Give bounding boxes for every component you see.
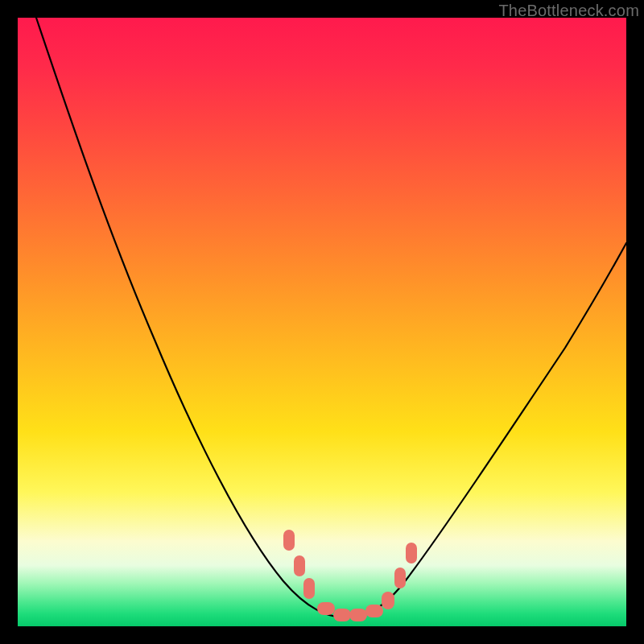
watermark-text: TheBottleneck.com — [498, 2, 639, 20]
marker-dot — [349, 609, 367, 621]
marker-dot — [333, 609, 351, 621]
marker-dot — [406, 543, 417, 564]
bottleneck-curve — [36, 18, 626, 617]
chart-plot-area — [18, 18, 626, 626]
marker-dot — [365, 605, 383, 617]
marker-dot — [382, 592, 394, 609]
marker-dot — [294, 555, 305, 576]
marker-dot — [394, 568, 406, 588]
marker-group — [283, 530, 417, 621]
marker-dot — [317, 602, 335, 615]
marker-dot — [303, 578, 315, 599]
marker-dot — [283, 530, 295, 551]
chart-svg — [18, 18, 626, 626]
